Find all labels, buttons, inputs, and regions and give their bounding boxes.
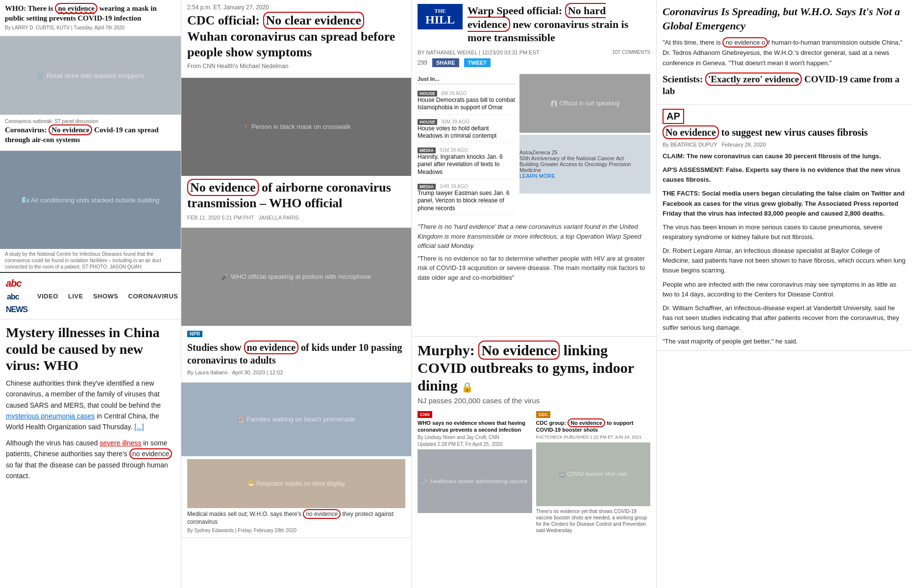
just-in-label: Just In... (418, 74, 516, 84)
murphy-item2-date: FACTCHECK PUBLISHED 1:22 PM ET JUN 24, 2… (536, 435, 651, 440)
ac-units-image: 🌬️ Air conditioning units stacked outsid… (0, 151, 181, 249)
murphy-item1-byline: By Lindsay Nixen and Jay Croft, CNN (418, 435, 532, 440)
hill-sidebar: Just In... HOUSE 6M 39 AGO House Democra… (418, 74, 516, 216)
no-evidence-circle-2: No evidence (49, 124, 92, 135)
who-official-image: 🎤 WHO official speaking at podium with m… (181, 228, 411, 326)
cnn-mask-image: 🚶 Person in black mask on crosswalk (181, 78, 411, 176)
share-count: 299 (418, 59, 427, 66)
murphy-grid-item-2: CDC CDC group: No evidence to support CO… (536, 410, 651, 534)
cnn-source: From CNN Health's Michael Nedelman (187, 63, 405, 70)
murphy-item1-date: Updated 2:28 PM ET, Fri April 25, 2020 (418, 441, 532, 447)
hill-label-4: MEDIA (418, 184, 436, 190)
hill-body-text: "There is no evidence so far to determin… (418, 254, 650, 283)
who-airborne-meta: FEB 11, 2020 5:21 PM PHT JANELLA PARIS (187, 215, 405, 220)
abc-news-navbar: abc abc NEWS VIDEO LIVE SHOWS CORONAVIRU… (0, 272, 181, 319)
abc-main-headline: Mystery illnesses in China could be caus… (6, 324, 175, 374)
warp-speed-headline: Warp Speed official: No hard evidence ne… (468, 4, 650, 45)
studies-headline: Studies show no evidence of kids under 1… (187, 341, 405, 367)
studies-article: NPR Studies show no evidence of kids und… (181, 326, 411, 383)
beach-image: 🏖️ Families walking on beach promenade (181, 383, 411, 456)
col3-bottom: Murphy: No evidence linking COVID outbre… (412, 336, 657, 588)
column-2: 2:54 p.m. ET, January 27, 2020 CDC offic… (181, 0, 412, 588)
hill-hl-2: House votes to hold defiant Meadows in c… (418, 125, 516, 140)
hill-label-3: MEDIA (418, 147, 436, 153)
hill-body-quote: "There is no 'hard evidence' that a new … (418, 222, 650, 251)
who-mask-byline: By LARRY D. CURTIS, KUTV | Tuesday, Apri… (5, 25, 176, 30)
hill-main-image: 👔 Official in suit speaking (519, 74, 650, 133)
hill-sidebar-item-4: MEDIA 1HR 39 AGO Trump lawyer Eastman su… (418, 179, 516, 216)
murphy-subheadline: NJ passes 200,000 cases of the virus (418, 396, 650, 405)
nav-video[interactable]: VIDEO (37, 293, 58, 300)
who-emergency-body: "At this time, there is no evidence of h… (663, 38, 906, 68)
hill-sidebar-item-3: MEDIA 51M 39 AGO Hannity, Ingraham knock… (418, 143, 516, 179)
abc-nav-bar: VIDEO LIVE SHOWS CORONAVIRUS (37, 293, 178, 300)
ap-no-evidence-circle: No evidence (663, 125, 719, 139)
read-more-link[interactable]: [...] (134, 423, 144, 431)
astrazeneca-ad-image: AstraZeneca 2550th Anniversary of the Na… (519, 135, 650, 194)
murphy-item1-headline: WHO says no evidence shows that having c… (418, 419, 532, 434)
mask-soldout-article: 😷 Respirator masks on store display Medi… (181, 456, 411, 539)
share-button[interactable]: SHARE (432, 58, 459, 67)
mask-no-evidence-circle: no evidence (303, 509, 341, 519)
hill-label-2: HOUSE (418, 119, 437, 125)
cnn-date: 2:54 p.m. ET, January 27, 2020 (187, 4, 405, 11)
murphy-item2-image: 🏥 COVID booster shot vials (536, 442, 651, 506)
hill-time-1: 6M 39 AGO (441, 91, 467, 96)
who-em-no-evidence-circle: no evidence o (722, 37, 768, 48)
hill-hl-3: Hannity, Ingraham knocks Jan. 6 panel af… (418, 153, 516, 176)
mask-byline: By Sydney Edawards | Friday, February 28… (187, 528, 405, 533)
ac-units-caption: A study by the National Centre for Infec… (0, 249, 181, 272)
hill-warp-section: THE HILL Warp Speed official: No hard ev… (412, 0, 656, 74)
hill-sidebar-item-2: HOUSE 30M 39 AGO House votes to hold def… (418, 115, 516, 143)
murphy-no-evidence-circle: No evidence (478, 341, 560, 360)
who-airborne-article: No evidence of airborne coronavirus tran… (181, 176, 411, 228)
hill-content-area: Just In... HOUSE 6M 39 AGO House Democra… (412, 74, 656, 220)
murphy-item2-caption: There's no evidence yet that shows COVID… (536, 508, 651, 534)
cnn-headline: CDC official: No clear evidence Wuhan co… (187, 13, 405, 61)
tweet-button[interactable]: TWEET (464, 58, 491, 67)
hill-hl-1: House Democrats pass bill to combat Isla… (418, 97, 516, 112)
hill-sidebar-item-1: HOUSE 6M 39 AGO House Democrats pass bil… (418, 86, 516, 115)
murphy-headline: Murphy: No evidence linking COVID outbre… (418, 342, 650, 394)
npr-badge: NPR (187, 331, 202, 337)
col3-top: THE HILL Warp Speed official: No hard ev… (412, 0, 657, 336)
warp-byline: BY NATHANIEL WEIXEL | 12/23/20 03:31 PM … (418, 49, 540, 55)
mask-caption: Medical masks sell out; W.H.O. says ther… (187, 510, 405, 527)
who-airborne-circle: No evidence (187, 179, 259, 196)
aircon-article: Coronavirus outbreak: ST panel discussio… (0, 115, 181, 151)
abc-news-logo: abc abc NEWS (6, 277, 27, 315)
cdc-badge-murphy2: CDC (536, 411, 551, 418)
hill-body-text-area: "There is no 'hard evidence' that a new … (412, 222, 656, 286)
mysterious-pneumonia-link[interactable]: mysterious pneumonia cases (6, 412, 95, 420)
hill-label-1: HOUSE (418, 91, 437, 97)
nav-coronavirus[interactable]: CORONAVIRUS (128, 293, 178, 300)
no-clear-evidence-circle: No clear evidence (263, 12, 364, 29)
mask-display-image: 😷 Respirator masks on store display (187, 459, 405, 508)
scientists-headline: Scientists: 'Exactly zero' evidence COVI… (663, 74, 906, 98)
who-emergency-headline: Coronavirus Is Spreading, but W.H.O. Say… (663, 5, 906, 33)
murphy-item1-image: 💉 Healthcare worker administering vaccin… (418, 449, 532, 513)
nav-live[interactable]: LIVE (68, 293, 83, 300)
cnn-article: 2:54 p.m. ET, January 27, 2020 CDC offic… (181, 0, 411, 78)
ap-headline: No evidence to suggest new virus causes … (663, 126, 906, 139)
who-airborne-headline: No evidence of airborne coronavirus tran… (187, 180, 405, 212)
scientists-zero-evidence-circle: 'Exactly zero' evidence (705, 73, 802, 86)
hill-time-2: 30M 39 AGO (441, 119, 469, 124)
murphy-item2-headline: CDC group: No evidence to support COVID-… (536, 419, 651, 434)
ap-logo: AP (663, 109, 684, 124)
who-mask-headline: WHO: There is no evidence wearing a mask… (5, 4, 176, 23)
ap-body: CLAIM: The new coronavirus can cause 30 … (663, 151, 906, 346)
abc-main-body: Chinese authorities think they've identi… (6, 378, 175, 482)
no-evidence-circle-1: no evidence (55, 3, 98, 14)
who-emergency-article: Coronavirus Is Spreading, but W.H.O. Say… (657, 0, 912, 105)
the-hill-logo: THE HILL (418, 4, 463, 29)
hill-time-4: 1HR 39 AGO (440, 184, 468, 189)
column-4: Coronavirus Is Spreading, but W.H.O. Say… (657, 0, 912, 588)
warp-comments: 107 COMMENTS (612, 49, 650, 55)
severe-illness-link[interactable]: severe illness (99, 439, 141, 447)
abc-main-article: Mystery illnesses in China could be caus… (0, 319, 181, 486)
murphy-articles-grid: CNN WHO says no evidence shows that havi… (418, 410, 650, 534)
nav-shows[interactable]: SHOWS (93, 293, 119, 300)
hill-hl-4: Trump lawyer Eastman sues Jan. 6 panel, … (418, 190, 516, 213)
who-mask-article: WHO: There is no evidence wearing a mask… (0, 0, 181, 36)
